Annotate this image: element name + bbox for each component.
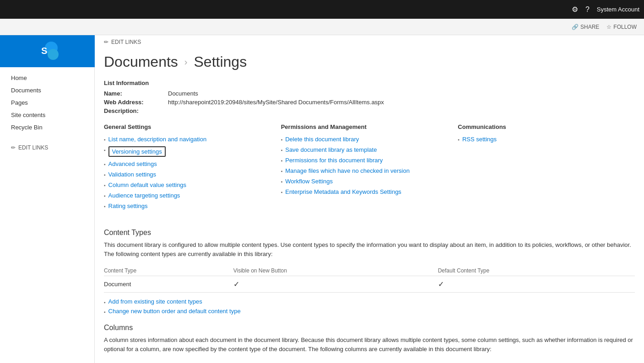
perm-bullet-4: ▪: [281, 179, 283, 184]
sidebar-item-home[interactable]: Home: [0, 72, 94, 84]
general-settings-link-5: ▪ Audience targeting settings: [104, 192, 272, 199]
content-types-title: Content Types: [104, 224, 635, 237]
content-types-description: This document library is configured to a…: [104, 240, 635, 258]
delete-library-link[interactable]: Delete this document library: [285, 136, 359, 143]
col-content-type: Content Type: [104, 266, 233, 276]
perm-bullet-5: ▪: [281, 190, 283, 195]
rss-settings-link[interactable]: RSS settings: [462, 136, 497, 143]
edit-pencil-icon: ✏: [104, 39, 108, 45]
account-name[interactable]: System Account: [597, 6, 639, 13]
web-address-label: Web Address:: [104, 99, 168, 106]
general-settings-link-6: ▪ Rating settings: [104, 203, 272, 209]
sidebar-item-site-contents[interactable]: Site contents: [0, 109, 94, 121]
follow-icon: ☆: [606, 24, 612, 30]
pencil-icon: ✏: [11, 144, 16, 151]
permissions-column: Permissions and Management ▪ Delete this…: [281, 123, 458, 213]
permissions-title: Permissions and Management: [281, 123, 449, 130]
main-layout: S Home Documents Pages Site contents Rec…: [0, 35, 644, 363]
bullet-icon-1: ▪: [104, 148, 106, 153]
sidebar-item-documents[interactable]: Documents: [0, 84, 94, 96]
svg-point-2: [48, 49, 59, 60]
sidebar-nav: Home Documents Pages Site contents Recyc…: [0, 67, 94, 138]
bullet-icon-5: ▪: [104, 193, 106, 198]
col-default-content-type: Default Content Type: [438, 266, 635, 276]
gear-icon[interactable]: ⚙: [572, 5, 578, 14]
perm-bullet-3: ▪: [281, 169, 283, 174]
follow-button[interactable]: ☆ FOLLOW: [606, 24, 637, 30]
breadcrumb-arrow: ›: [184, 57, 188, 67]
versioning-settings-box: Versioning settings: [108, 146, 166, 157]
page-header: Documents › Settings: [104, 49, 635, 80]
change-new-button-link[interactable]: Change new button order and default cont…: [108, 308, 241, 315]
sharepoint-logo: S: [0, 35, 95, 67]
sidebar-edit-links[interactable]: ✏ EDIT LINKS: [0, 142, 94, 154]
share-icon: 🔗: [572, 24, 579, 30]
share-bar: 🔗 SHARE ☆ FOLLOW: [0, 19, 644, 35]
versioning-settings-link[interactable]: Versioning settings: [112, 148, 162, 155]
permissions-link-0: ▪ Delete this document library: [281, 136, 449, 143]
edit-links-bar[interactable]: ✏ EDIT LINKS: [104, 35, 635, 49]
content-types-table: Content Type Visible on New Button Defau…: [104, 266, 635, 293]
permissions-link-2: ▪ Permissions for this document library: [281, 157, 449, 164]
workflow-settings-link[interactable]: Workflow Settings: [285, 178, 333, 185]
columns-section: Columns A column stores information abou…: [104, 324, 635, 353]
perm-bullet-0: ▪: [281, 137, 283, 142]
table-row: Document ✓ ✓: [104, 276, 635, 293]
comm-bullet-0: ▪: [458, 137, 460, 142]
column-default-link[interactable]: Column default value settings: [108, 182, 187, 188]
page-title-settings: Settings: [194, 53, 247, 70]
validation-settings-link[interactable]: Validation settings: [108, 171, 157, 178]
action-link-1: ▪ Change new button order and default co…: [104, 308, 635, 315]
communications-title: Communications: [458, 123, 626, 130]
enterprise-metadata-link[interactable]: Enterprise Metadata and Keywords Setting…: [285, 188, 401, 195]
permissions-link-1: ▪ Save document library as template: [281, 146, 449, 153]
list-name-link[interactable]: List name, description and navigation: [108, 136, 207, 143]
communications-column: Communications ▪ RSS settings: [458, 123, 635, 213]
action-bullet-0: ▪: [104, 300, 106, 305]
comm-link-0: ▪ RSS settings: [458, 136, 626, 143]
checkmark-default: ✓: [438, 280, 444, 288]
action-link-0: ▪ Add from existing site content types: [104, 298, 635, 305]
name-label: Name:: [104, 90, 168, 97]
general-settings-link-1: ▪ Versioning settings: [104, 146, 272, 157]
list-info-description-row: Description:: [104, 107, 635, 114]
advanced-settings-link[interactable]: Advanced settings: [108, 160, 157, 167]
help-icon[interactable]: ?: [585, 5, 590, 14]
list-information: List Information Name: Documents Web Add…: [104, 80, 635, 114]
checkmark-visible: ✓: [233, 280, 239, 288]
follow-label: FOLLOW: [613, 24, 637, 30]
bullet-icon-6: ▪: [104, 204, 106, 209]
permissions-link-3: ▪ Manage files which have no checked in …: [281, 167, 449, 174]
name-value: Documents: [168, 90, 198, 97]
settings-grid: General Settings ▪ List name, descriptio…: [104, 123, 635, 213]
general-settings-column: General Settings ▪ List name, descriptio…: [104, 123, 281, 213]
content-types-section: Content Types This document library is c…: [104, 224, 635, 315]
perm-bullet-1: ▪: [281, 148, 283, 153]
content-type-cell: Document: [104, 276, 233, 293]
share-button[interactable]: 🔗 SHARE: [572, 24, 599, 30]
edit-links-label: EDIT LINKS: [111, 39, 141, 45]
general-settings-link-0: ▪ List name, description and navigation: [104, 136, 272, 143]
columns-description: A column stores information about each d…: [104, 336, 635, 353]
sidebar-item-pages[interactable]: Pages: [0, 96, 94, 109]
rating-settings-link[interactable]: Rating settings: [108, 203, 148, 209]
general-settings-link-4: ▪ Column default value settings: [104, 182, 272, 188]
top-bar: ⚙ ? System Account: [0, 0, 644, 19]
general-settings-link-3: ▪ Validation settings: [104, 171, 272, 178]
general-settings-title: General Settings: [104, 123, 272, 130]
permissions-library-link[interactable]: Permissions for this document library: [285, 157, 383, 164]
bullet-icon-0: ▪: [104, 137, 106, 142]
web-address-value: http://sharepoint2019:20948/sites/MySite…: [168, 99, 384, 106]
permissions-link-5: ▪ Enterprise Metadata and Keywords Setti…: [281, 188, 449, 195]
perm-bullet-2: ▪: [281, 158, 283, 163]
save-template-link[interactable]: Save document library as template: [285, 146, 377, 153]
manage-files-link[interactable]: Manage files which have no checked in ve…: [285, 167, 410, 174]
add-content-types-link[interactable]: Add from existing site content types: [108, 298, 202, 305]
action-bullet-1: ▪: [104, 310, 106, 315]
description-label: Description:: [104, 107, 168, 114]
sidebar-edit-links-label: EDIT LINKS: [18, 144, 48, 151]
audience-targeting-link[interactable]: Audience targeting settings: [108, 192, 180, 199]
sidebar-item-recycle-bin[interactable]: Recycle Bin: [0, 121, 94, 133]
table-header-row: Content Type Visible on New Button Defau…: [104, 266, 635, 276]
col-visible-on-new: Visible on New Button: [233, 266, 438, 276]
